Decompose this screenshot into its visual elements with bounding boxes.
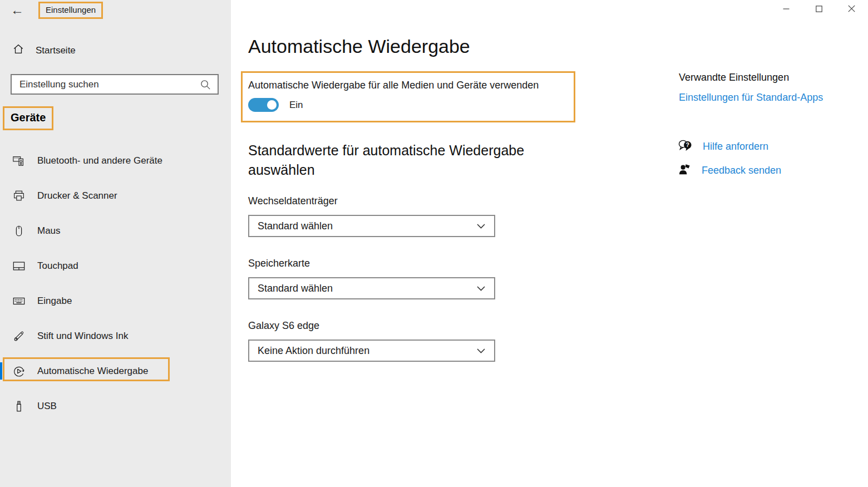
field-label: Galaxy S6 edge	[248, 320, 495, 332]
app-title-annotation: Einstellungen	[38, 2, 103, 19]
autoplay-toggle-annotation: Automatische Wiedergabe für alle Medien …	[241, 71, 575, 122]
pen-icon	[12, 329, 26, 343]
defaults-heading: Standardwerte für automatische Wiedergab…	[248, 141, 560, 180]
autoplay-icon	[12, 364, 26, 378]
sidebar-item-label: Automatische Wiedergabe	[37, 366, 148, 377]
sidebar-item-mouse[interactable]: Maus	[0, 213, 231, 248]
sidebar-item-printers[interactable]: Drucker & Scanner	[0, 178, 231, 213]
autoplay-defaults-list: Wechseldatenträger Standard wählen Speic…	[248, 195, 495, 382]
related-settings-heading: Verwandte Einstellungen	[679, 72, 823, 83]
minimize-button[interactable]	[770, 0, 802, 19]
sidebar-section-title: Geräte	[11, 111, 46, 124]
back-icon: ←	[11, 2, 24, 18]
autoplay-toggle-state: Ein	[289, 100, 303, 111]
sidebar-item-pen[interactable]: Stift und Windows Ink	[0, 318, 231, 353]
sidebar-item-autoplay[interactable]: Automatische Wiedergabe	[0, 353, 231, 388]
field-label: Speicherkarte	[248, 258, 495, 269]
close-button[interactable]	[835, 0, 868, 19]
sidebar-item-label: Eingabe	[37, 296, 72, 307]
sidebar-item-label: Bluetooth- und andere Geräte	[37, 155, 162, 166]
usb-icon	[12, 399, 26, 414]
sidebar-item-label: Stift und Windows Ink	[37, 331, 128, 342]
close-icon	[848, 4, 855, 14]
sidebar-item-home[interactable]: Startseite	[12, 43, 76, 58]
galaxy-s6-edge-dropdown[interactable]: Keine Aktion durchführen	[248, 340, 495, 362]
touchpad-icon	[12, 259, 26, 273]
sidebar-item-label: Touchpad	[37, 260, 78, 272]
dropdown-value: Standard wählen	[258, 283, 333, 294]
get-help-link: Hilfe anfordern	[703, 141, 768, 153]
settings-sidebar: ← Einstellungen Startseite Geräte	[0, 0, 231, 487]
default-apps-link[interactable]: Einstellungen für Standard-Apps	[679, 92, 823, 104]
keyboard-icon	[12, 294, 26, 308]
field-label: Wechseldatenträger	[248, 195, 495, 207]
send-feedback-link: Feedback senden	[702, 165, 781, 176]
mouse-icon	[12, 224, 26, 238]
chevron-down-icon	[477, 286, 485, 291]
sidebar-item-label: Maus	[37, 225, 61, 237]
window-controls	[770, 0, 868, 19]
send-feedback-link-row[interactable]: Feedback senden	[678, 163, 781, 179]
get-help-link-row[interactable]: ? Hilfe anfordern	[678, 139, 768, 154]
back-button[interactable]: ←	[8, 1, 27, 19]
search-icon[interactable]	[200, 79, 211, 93]
field-removable-drive: Wechseldatenträger Standard wählen	[248, 195, 495, 237]
dropdown-value: Keine Aktion durchführen	[258, 345, 369, 357]
settings-search-box	[11, 74, 219, 95]
field-galaxy-s6-edge: Galaxy S6 edge Keine Aktion durchführen	[248, 320, 495, 362]
sidebar-item-touchpad[interactable]: Touchpad	[0, 248, 231, 283]
help-icon: ?	[678, 139, 693, 154]
sidebar-home-label: Startseite	[36, 45, 76, 56]
chevron-down-icon	[477, 224, 485, 229]
minimize-icon	[783, 4, 790, 14]
maximize-button[interactable]	[802, 0, 835, 19]
feedback-icon	[678, 163, 692, 179]
sidebar-item-typing[interactable]: Eingabe	[0, 283, 231, 318]
page-title: Automatische Wiedergabe	[248, 36, 470, 57]
printer-icon	[12, 189, 26, 203]
dropdown-value: Standard wählen	[258, 220, 333, 232]
app-title: Einstellungen	[46, 5, 96, 14]
maximize-icon	[816, 4, 822, 14]
autoplay-toggle[interactable]	[248, 98, 279, 112]
sidebar-item-label: Drucker & Scanner	[37, 190, 117, 201]
removable-drive-dropdown[interactable]: Standard wählen	[248, 215, 495, 237]
search-input[interactable]	[12, 75, 218, 94]
field-memory-card: Speicherkarte Standard wählen	[248, 258, 495, 299]
devices-icon	[12, 154, 26, 168]
chevron-down-icon	[477, 348, 485, 353]
sidebar-section-annotation: Geräte	[3, 106, 53, 130]
svg-text:?: ?	[686, 141, 689, 148]
sidebar-item-bluetooth[interactable]: Bluetooth- und andere Geräte	[0, 143, 231, 178]
sidebar-item-label: USB	[37, 401, 57, 412]
related-settings: Verwandte Einstellungen Einstellungen fü…	[679, 72, 823, 104]
autoplay-settings-page: Automatische Wiedergabe Automatische Wie…	[231, 0, 868, 487]
sidebar-item-usb[interactable]: USB	[0, 388, 231, 424]
memory-card-dropdown[interactable]: Standard wählen	[248, 277, 495, 299]
home-icon	[12, 43, 24, 58]
autoplay-toggle-label: Automatische Wiedergabe für alle Medien …	[248, 80, 574, 91]
sidebar-nav: Bluetooth- und andere Geräte Drucker & S…	[0, 143, 231, 424]
